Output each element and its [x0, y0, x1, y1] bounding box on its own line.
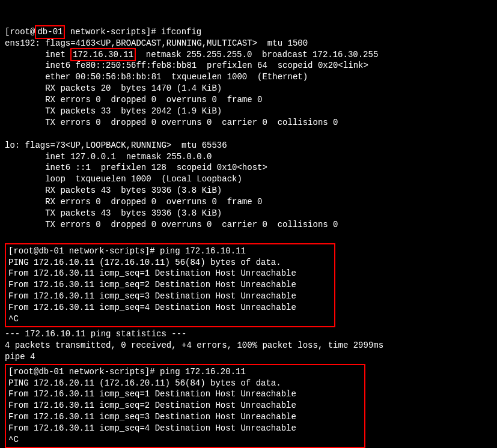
ip-highlight: 172.16.30.11: [70, 48, 136, 62]
prompt-userhost-prefix: [root@: [5, 27, 35, 37]
ifconfig-lo-rxp: RX packets 43 bytes 3936 (3.8 KiB): [5, 186, 222, 195]
ping1-break: ^C: [8, 314, 19, 324]
ifconfig-lo-txe: TX errors 0 dropped 0 overruns 0 carrier…: [5, 220, 338, 229]
ifconfig-ens192-rxp: RX packets 20 bytes 1470 (1.4 KiB): [5, 83, 222, 93]
ping1-stats-header: --- 172.16.10.11 ping statistics ---: [5, 329, 186, 339]
prompt-line: [root@db-01 network-scripts]# ifconfig: [5, 27, 201, 37]
ping2-seq1: From 172.16.30.11 icmp_seq=1 Destination…: [8, 389, 296, 399]
inet-label: inet: [5, 50, 70, 59]
ifconfig-lo-loop: loop txqueuelen 1000 (Local Loopback): [5, 174, 242, 184]
ifconfig-ens192-rxe: RX errors 0 dropped 0 overruns 0 frame 0: [5, 95, 262, 104]
ping2-header: PING 172.16.20.11 (172.16.20.11) 56(84) …: [8, 378, 281, 388]
ping1-header: PING 172.16.10.11 (172.16.10.11) 56(84) …: [8, 258, 281, 267]
ping2-break: ^C: [8, 435, 19, 444]
ping1-seq2: From 172.16.30.11 icmp_seq=2 Destination…: [8, 280, 296, 289]
prompt-cmd: network-scripts]# ifconfig: [65, 27, 201, 37]
ifconfig-ens192-txe: TX errors 0 dropped 0 overruns 0 carrier…: [5, 118, 338, 127]
ping1-stats-pipe: pipe 4: [5, 352, 35, 362]
ping2-seq3: From 172.16.30.11 icmp_seq=3 Destination…: [8, 412, 296, 422]
ifconfig-lo-txp: TX packets 43 bytes 3936 (3.8 KiB): [5, 208, 222, 218]
ifconfig-lo-inet6: inet6 ::1 prefixlen 128 scopeid 0x10<hos…: [5, 163, 267, 172]
ping2-block-highlight: [root@db-01 network-scripts]# ping 172.1…: [5, 364, 365, 448]
ping1-seq4: From 172.16.30.11 icmp_seq=4 Destination…: [8, 303, 296, 312]
ifconfig-ens192-flags: ens192: flags=4163<UP,BROADCAST,RUNNING,…: [5, 38, 308, 48]
ping1-stats-summary: 4 packets transmitted, 0 received, +4 er…: [5, 341, 383, 350]
hostname-highlight: db-01: [35, 25, 65, 39]
ifconfig-ens192-ether: ether 00:50:56:b8:bb:81 txqueuelen 1000 …: [5, 72, 308, 82]
ping1-block-highlight: [root@db-01 network-scripts]# ping 172.1…: [5, 243, 335, 327]
ping1-seq1: From 172.16.30.11 icmp_seq=1 Destination…: [8, 268, 296, 278]
ifconfig-ens192-txp: TX packets 33 bytes 2042 (1.9 KiB): [5, 106, 222, 116]
ifconfig-lo-inet: inet 127.0.0.1 netmask 255.0.0.0: [5, 152, 212, 162]
ping2-seq4: From 172.16.30.11 icmp_seq=4 Destination…: [8, 423, 296, 433]
ifconfig-lo-rxe: RX errors 0 dropped 0 overruns 0 frame 0: [5, 197, 262, 207]
ifconfig-ens192-inet6: inet6 fe80::250:56ff:feb8:bb81 prefixlen…: [5, 61, 368, 70]
ping1-cmd: [root@db-01 network-scripts]# ping 172.1…: [8, 246, 246, 256]
ifconfig-lo-flags: lo: flags=73<UP,LOOPBACK,RUNNING> mtu 65…: [5, 141, 227, 150]
inet-rest: netmask 255.255.255.0 broadcast 172.16.3…: [136, 50, 378, 59]
ping1-seq3: From 172.16.30.11 icmp_seq=3 Destination…: [8, 291, 296, 301]
ping2-cmd: [root@db-01 network-scripts]# ping 172.1…: [8, 367, 246, 377]
ping2-seq2: From 172.16.30.11 icmp_seq=2 Destination…: [8, 401, 296, 410]
ifconfig-ens192-inet: inet 172.16.30.11 netmask 255.255.255.0 …: [5, 50, 378, 59]
